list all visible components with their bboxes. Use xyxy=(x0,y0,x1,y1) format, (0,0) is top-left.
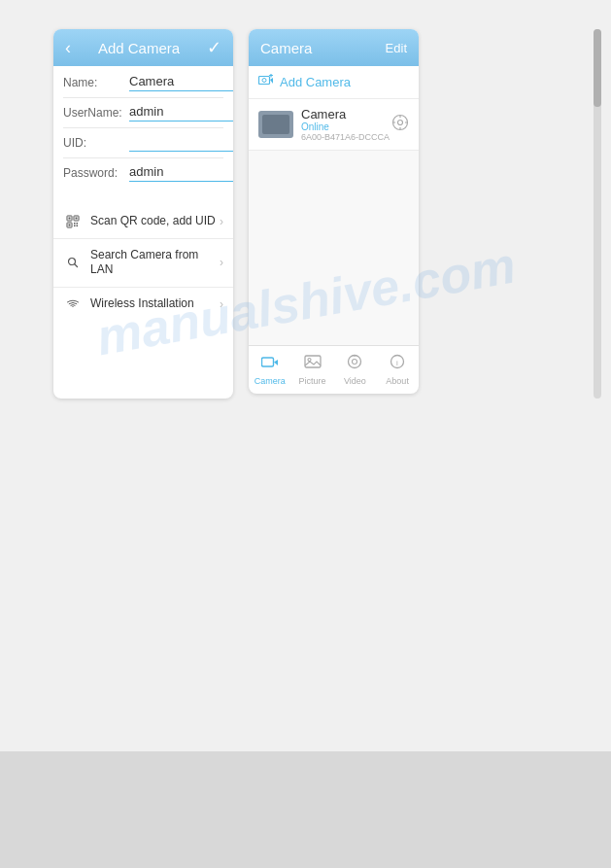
scan-qr-arrow: › xyxy=(220,215,223,228)
camera-nav-icon xyxy=(261,354,279,374)
svg-point-27 xyxy=(349,356,361,368)
camera-panel-header: Camera Edit xyxy=(249,29,419,66)
uid-label: UID: xyxy=(63,136,129,150)
main-area: ‹ Add Camera ✓ Name: UserName: UID: Pass… xyxy=(53,29,611,399)
svg-rect-9 xyxy=(77,225,79,226)
options-list: Scan QR code, add UID › Search Camera fr… xyxy=(53,205,233,320)
svg-rect-25 xyxy=(305,356,321,367)
search-icon xyxy=(63,257,83,268)
video-nav-icon xyxy=(346,354,363,374)
camera-content-area xyxy=(249,151,419,345)
camera-thumbnail xyxy=(258,111,293,138)
username-row: UserName: xyxy=(63,104,223,128)
svg-text:i: i xyxy=(396,359,398,367)
svg-rect-6 xyxy=(74,223,76,225)
back-button[interactable]: ‹ xyxy=(65,38,71,58)
add-camera-icon xyxy=(258,74,274,90)
password-row: Password: xyxy=(63,164,223,188)
name-label: Name: xyxy=(63,76,129,89)
nav-video[interactable]: Video xyxy=(334,346,377,394)
camera-nav-label: Camera xyxy=(255,376,286,386)
camera-list-item[interactable]: Camera Online 6A00-B471A6-DCCCA xyxy=(249,99,419,151)
password-input[interactable] xyxy=(129,164,233,182)
search-camera-label: Search Camera from LAN xyxy=(90,248,220,278)
svg-point-26 xyxy=(308,359,311,362)
left-panel-header: ‹ Add Camera ✓ xyxy=(53,29,233,66)
svg-rect-8 xyxy=(74,225,76,226)
qr-icon xyxy=(63,215,83,228)
scan-qr-option[interactable]: Scan QR code, add UID › xyxy=(53,205,233,239)
picture-nav-icon xyxy=(304,354,322,374)
scrollbar[interactable] xyxy=(594,29,601,399)
svg-point-14 xyxy=(262,79,266,83)
svg-rect-23 xyxy=(261,358,273,366)
svg-point-18 xyxy=(398,121,403,125)
camera-panel-wrapper: Camera Edit Add Camera xyxy=(241,29,411,399)
camera-name: Camera xyxy=(301,107,391,122)
password-label: Password: xyxy=(63,166,129,180)
wifi-icon xyxy=(63,298,83,310)
svg-rect-7 xyxy=(77,223,79,225)
svg-marker-13 xyxy=(270,78,273,84)
about-nav-label: About xyxy=(386,376,409,386)
about-nav-icon: i xyxy=(390,354,405,374)
camera-info: Camera Online 6A00-B471A6-DCCCA xyxy=(301,107,391,142)
name-input[interactable] xyxy=(129,74,233,91)
nav-about[interactable]: i About xyxy=(376,346,419,394)
wireless-arrow: › xyxy=(220,297,223,311)
username-input[interactable] xyxy=(129,104,233,122)
nav-picture[interactable]: Picture xyxy=(291,346,334,394)
nav-camera[interactable]: Camera xyxy=(249,346,291,394)
confirm-button[interactable]: ✓ xyxy=(207,37,221,58)
camera-thumb-inner xyxy=(262,115,289,134)
scan-qr-label: Scan QR code, add UID xyxy=(90,214,220,229)
username-label: UserName: xyxy=(63,106,129,120)
svg-point-28 xyxy=(353,360,357,365)
search-camera-arrow: › xyxy=(220,256,223,269)
svg-rect-1 xyxy=(69,217,71,219)
camera-uid: 6A00-B471A6-DCCCA xyxy=(301,132,391,142)
camera-status: Online xyxy=(301,122,391,132)
add-camera-panel: ‹ Add Camera ✓ Name: UserName: UID: Pass… xyxy=(53,29,233,399)
left-panel-title: Add Camera xyxy=(98,40,180,56)
uid-input[interactable] xyxy=(129,134,233,152)
uid-row: UID: xyxy=(63,134,223,158)
edit-button[interactable]: Edit xyxy=(386,41,407,55)
add-camera-form: Name: UserName: UID: Password: xyxy=(53,66,233,201)
svg-rect-5 xyxy=(69,224,71,226)
svg-marker-24 xyxy=(274,360,278,365)
svg-rect-3 xyxy=(76,217,78,219)
search-camera-option[interactable]: Search Camera from LAN › xyxy=(53,239,233,288)
camera-settings-icon[interactable] xyxy=(391,114,409,135)
name-row: Name: xyxy=(63,74,223,98)
scrollbar-thumb xyxy=(594,29,601,107)
picture-nav-label: Picture xyxy=(299,376,326,386)
svg-line-11 xyxy=(75,264,78,267)
wireless-label: Wireless Installation xyxy=(90,296,220,312)
camera-panel: Camera Edit Add Camera xyxy=(249,29,419,394)
svg-rect-12 xyxy=(259,77,270,85)
add-camera-label: Add Camera xyxy=(280,75,351,89)
video-nav-label: Video xyxy=(344,376,366,386)
bottom-nav: Camera Picture xyxy=(249,345,419,394)
bottom-area xyxy=(0,751,611,868)
camera-panel-title: Camera xyxy=(260,40,312,56)
add-camera-button[interactable]: Add Camera xyxy=(249,66,419,99)
wireless-option[interactable]: Wireless Installation › xyxy=(53,288,233,321)
